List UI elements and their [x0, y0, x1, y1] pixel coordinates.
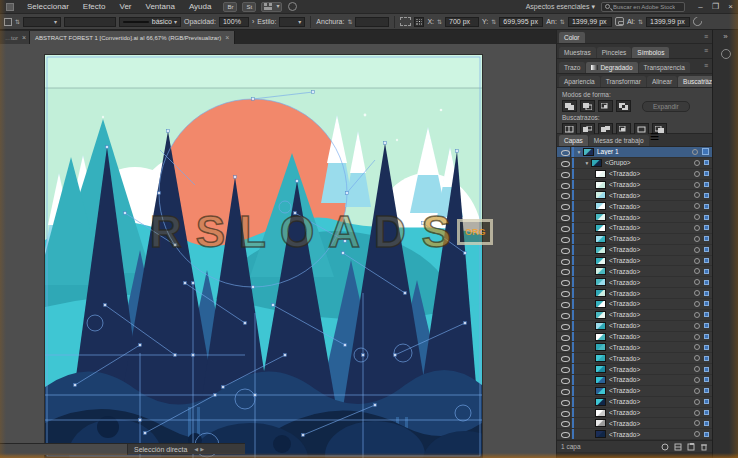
w-stepper[interactable]: ⇅	[560, 17, 565, 27]
transform-icon[interactable]	[691, 15, 704, 28]
search-input[interactable]: Buscar en Adobe Stock	[601, 2, 685, 12]
constrain-proportions-icon[interactable]	[615, 17, 624, 26]
visibility-eye-icon[interactable]	[561, 279, 569, 285]
layer-row-trazado[interactable]: <Trazado>	[557, 342, 712, 353]
zoom-field[interactable]	[0, 444, 128, 455]
visibility-eye-icon[interactable]	[561, 258, 569, 264]
panel-tab-apariencia[interactable]: Apariencia	[559, 76, 600, 87]
layer-row-trazado[interactable]: <Trazado>	[557, 353, 712, 364]
visibility-eye-icon[interactable]	[561, 182, 569, 188]
visibility-eye-icon[interactable]	[561, 323, 569, 329]
visibility-eye-icon[interactable]	[561, 334, 569, 340]
selection-indicator[interactable]	[704, 171, 709, 176]
layer-name[interactable]: <Trazado>	[609, 344, 694, 351]
layer-name[interactable]: <Grupo>	[605, 159, 694, 166]
w-field[interactable]: 1399,99 px	[568, 17, 612, 27]
panel-tab-color[interactable]: Color	[559, 32, 585, 43]
edit-column[interactable]	[570, 288, 575, 298]
layer-name[interactable]: <Trazado>	[609, 409, 694, 416]
selection-indicator[interactable]	[704, 356, 709, 361]
artwork-canvas[interactable]	[45, 55, 482, 458]
visibility-eye-icon[interactable]	[561, 355, 569, 361]
target-circle-icon[interactable]	[694, 268, 700, 274]
visibility-eye-icon[interactable]	[561, 203, 569, 209]
unite-button[interactable]	[562, 100, 577, 112]
style-select[interactable]: ▾	[279, 17, 305, 27]
edit-column[interactable]	[570, 158, 575, 168]
layer-row-trazado[interactable]: <Trazado>	[557, 397, 712, 408]
visibility-eye-icon[interactable]	[561, 192, 569, 198]
selection-indicator[interactable]	[704, 193, 709, 198]
selection-indicator[interactable]	[704, 388, 709, 393]
selection-indicator[interactable]	[704, 258, 709, 263]
edit-column[interactable]	[570, 245, 575, 255]
new-sublayer-icon[interactable]	[674, 443, 682, 451]
target-circle-icon[interactable]	[694, 420, 700, 426]
selection-indicator[interactable]	[704, 236, 709, 241]
selection-indicator[interactable]	[704, 280, 709, 285]
layer-name[interactable]: <Trazado>	[609, 355, 694, 362]
target-circle-icon[interactable]	[694, 214, 700, 220]
target-circle-icon[interactable]	[694, 290, 700, 296]
target-circle-icon[interactable]	[694, 247, 700, 253]
selection-indicator[interactable]	[704, 399, 709, 404]
layer-row-trazado[interactable]: <Trazado>	[557, 288, 712, 299]
target-circle-icon[interactable]	[694, 388, 700, 394]
edit-column[interactable]	[570, 364, 575, 374]
tab-artboards[interactable]: Mesas de trabajo	[589, 135, 649, 146]
visibility-eye-icon[interactable]	[561, 268, 569, 274]
share-icon[interactable]	[288, 2, 297, 11]
edit-column[interactable]	[570, 212, 575, 222]
selection-indicator[interactable]	[704, 204, 709, 209]
edit-column[interactable]	[570, 190, 575, 200]
new-layer-icon[interactable]	[687, 443, 695, 451]
selection-indicator[interactable]	[704, 182, 709, 187]
selection-indicator[interactable]	[704, 345, 709, 350]
edit-column[interactable]	[570, 353, 575, 363]
selection-indicator[interactable]	[704, 301, 709, 306]
edit-column[interactable]	[570, 386, 575, 396]
menu-item-ayuda[interactable]: Ayuda	[182, 0, 219, 14]
h-field[interactable]: 1399,99 px	[646, 17, 690, 27]
visibility-eye-icon[interactable]	[561, 160, 569, 166]
edit-column[interactable]	[570, 397, 575, 407]
edit-column[interactable]	[570, 332, 575, 342]
layer-name[interactable]: <Trazado>	[609, 366, 694, 373]
target-circle-icon[interactable]	[694, 355, 700, 361]
target-circle-icon[interactable]	[694, 301, 700, 307]
target-circle-icon[interactable]	[694, 279, 700, 285]
edit-column[interactable]	[570, 342, 575, 352]
x-stepper[interactable]: ⇅	[437, 17, 442, 27]
layer-name[interactable]: <Trazado>	[609, 290, 694, 297]
layer-name[interactable]: <Trazado>	[609, 322, 694, 329]
layer-row-trazado[interactable]: <Trazado>	[557, 332, 712, 343]
layer-name[interactable]: <Trazado>	[609, 279, 694, 286]
expand-caret-icon[interactable]: ▾	[583, 160, 591, 166]
close-tab-icon[interactable]: ×	[225, 34, 229, 41]
layer-name[interactable]: <Trazado>	[609, 268, 694, 275]
layer-row-trazado[interactable]: <Trazado>	[557, 180, 712, 191]
visibility-eye-icon[interactable]	[561, 236, 569, 242]
layer-row-grupo[interactable]: ▾<Grupo>	[557, 158, 712, 169]
document-tab-active[interactable]: ABSTRACT FOREST 1 [Convertido].ai al 66,…	[30, 31, 235, 44]
panel-menu-icon[interactable]: ≡	[704, 77, 708, 84]
make-mask-icon[interactable]	[661, 443, 669, 451]
visibility-eye-icon[interactable]	[561, 149, 569, 155]
panel-tab-pinceles[interactable]: Pinceles	[597, 47, 632, 58]
layer-name[interactable]: <Trazado>	[609, 398, 694, 405]
layer-row-trazado[interactable]: <Trazado>	[557, 386, 712, 397]
artboard[interactable]	[45, 55, 482, 458]
target-circle-icon[interactable]	[692, 149, 698, 155]
expand-caret-icon[interactable]: ▾	[575, 149, 583, 155]
visibility-eye-icon[interactable]	[561, 290, 569, 296]
layer-row-trazado[interactable]: <Trazado>	[557, 223, 712, 234]
minus-front-button[interactable]	[580, 100, 595, 112]
selection-indicator[interactable]	[704, 410, 709, 415]
select-similar-icon[interactable]	[400, 17, 411, 26]
opacity-more[interactable]: ›	[252, 18, 254, 25]
visibility-eye-icon[interactable]	[561, 420, 569, 426]
panel-tab-transformar[interactable]: Transformar	[601, 76, 646, 87]
expand-button[interactable]: Expandir	[642, 101, 690, 112]
target-circle-icon[interactable]	[694, 225, 700, 231]
target-circle-icon[interactable]	[694, 366, 700, 372]
